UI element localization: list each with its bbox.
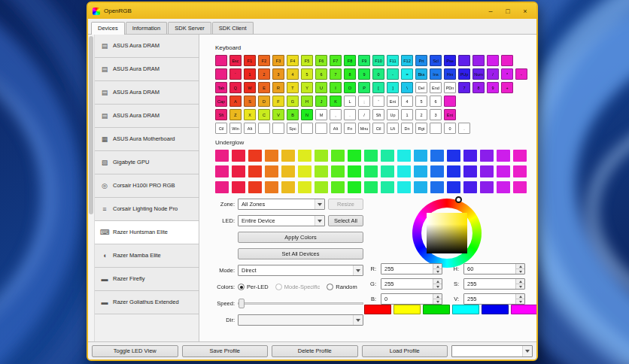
keyboard-led-ent[interactable]: Ent [387,96,399,107]
underglow-led-r3c2[interactable] [232,181,245,193]
keyboard-led-i[interactable]: I [330,82,342,93]
keyboard-led-blank[interactable]: - [515,68,527,80]
close-button[interactable]: × [518,5,532,17]
color-swatch-2[interactable] [394,305,421,314]
underglow-led-r3c9[interactable] [348,181,361,193]
keyboard-led-blank[interactable]: . [458,123,470,134]
keyboard-led-bks[interactable]: Bks [415,68,427,80]
keyboard-led-alt[interactable]: Alt [244,123,256,134]
underglow-led-r3c13[interactable] [414,181,427,193]
spin-up-button[interactable] [433,294,442,299]
keyboard-led-blank[interactable]: . [344,109,356,120]
keyboard-led-blank[interactable]: , [330,109,342,120]
spin-down-button[interactable] [433,269,442,274]
spin-down-button[interactable] [516,299,524,304]
underglow-led-r1c10[interactable] [364,150,378,162]
keyboard-led-y[interactable]: Y [301,82,313,93]
color-swatch-1[interactable] [364,305,391,314]
spin-up-button[interactable] [433,279,442,284]
device-tab-razer-huntsman-elite[interactable]: ⌨Razer Huntsman Elite [95,221,199,244]
keyboard-led-f12[interactable]: F12 [401,55,413,66]
underglow-led-r3c7[interactable] [314,181,328,193]
keyboard-led-2[interactable]: 2 [258,68,270,80]
keyboard-led-m[interactable]: M [315,109,327,120]
speed-slider[interactable] [238,298,363,309]
keyboard-led-num[interactable]: Num [473,68,485,80]
keyboard-led-r6c8[interactable] [315,123,327,134]
device-tab-razer-goliathus-extended[interactable]: ▬Razer Goliathus Extended [95,291,199,314]
keyboard-led-f5[interactable]: F5 [301,55,313,66]
hue-marker[interactable] [455,196,462,203]
color-swatch-6[interactable] [511,305,538,314]
keyboard-led-r[interactable]: R [272,82,284,93]
keyboard-led-tab[interactable]: Tab [215,82,227,93]
underglow-led-r2c10[interactable] [364,165,378,177]
keyboard-led-q[interactable]: Q [229,82,242,93]
keyboard-led-8[interactable]: 8 [473,82,485,93]
keyboard-led-v[interactable]: V [272,109,284,120]
zone-select[interactable]: All Zones [238,199,325,210]
keyboard-led-spc[interactable]: Spc [287,123,299,134]
mode-select[interactable]: Direct [238,265,363,276]
underglow-led-r1c5[interactable] [281,150,295,162]
keyboard-led-ent[interactable]: Ent [444,109,456,120]
keyboard-led-prt[interactable]: Prt [415,55,427,66]
keyboard-led-c[interactable]: C [258,109,270,120]
keyboard-led-x[interactable]: X [244,109,256,120]
window-titlebar[interactable]: OpenRGB – □ × [88,3,536,19]
keyboard-led-dn[interactable]: Dn [401,123,413,134]
tab-sdk-server[interactable]: SDK Server [168,22,211,34]
v-value-input[interactable]: 255 [463,293,525,305]
underglow-led-r2c5[interactable] [281,165,295,177]
keyboard-led-blank[interactable]: - [387,68,399,80]
keyboard-led-l[interactable]: L [344,96,356,107]
underglow-led-r2c19[interactable] [513,165,527,177]
keyboard-led-blank[interactable]: * [501,68,513,80]
resize-button[interactable]: Resize [328,199,363,210]
keyboard-led-t[interactable]: T [287,82,299,93]
underglow-led-r1c2[interactable] [232,150,245,162]
keyboard-led-5[interactable]: 5 [301,68,313,80]
underglow-led-r2c2[interactable] [232,165,245,177]
keyboard-led-sft[interactable]: Sft [215,109,227,120]
underglow-led-r2c11[interactable] [381,165,394,177]
underglow-led-r1c19[interactable] [513,150,527,162]
keyboard-led-g[interactable]: G [287,96,299,107]
device-tab-asus-aura-dram[interactable]: ▤ASUS Aura DRAM [95,105,199,128]
spin-up-button[interactable] [516,264,524,269]
keyboard-led-4[interactable]: 4 [287,68,299,80]
underglow-led-r2c4[interactable] [265,165,278,177]
underglow-led-r2c8[interactable] [331,165,345,177]
tab-devices[interactable]: Devices [91,22,125,35]
keyboard-led-f[interactable]: F [272,96,284,107]
keyboard-led-blank[interactable]: ' [372,96,384,107]
keyboard-led-7[interactable]: 7 [330,68,342,80]
underglow-led-r2c15[interactable] [447,165,460,177]
underglow-led-r3c14[interactable] [430,181,444,193]
slider-thumb[interactable] [239,299,245,308]
direction-select[interactable] [238,314,363,326]
underglow-led-r1c16[interactable] [463,150,477,162]
device-tab-razer-mamba-elite[interactable]: ◖Razer Mamba Elite [95,244,199,268]
keyboard-led-sft[interactable]: Sft [372,109,384,120]
select-all-button[interactable]: Select All [328,215,363,226]
keyboard-led-r6c5[interactable] [272,123,284,134]
keyboard-led-s[interactable]: S [244,96,256,107]
keyboard-led-a[interactable]: A [229,96,242,107]
keyboard-led-1[interactable]: 1 [401,109,413,120]
keyboard-led-f8[interactable]: F8 [344,55,356,66]
delete-profile-button[interactable]: Delete Profile [272,345,358,357]
keyboard-led-win[interactable]: Win [229,123,242,134]
keyboard-led-r6c4[interactable] [258,123,270,134]
spin-down-button[interactable] [433,284,442,289]
underglow-led-r3c19[interactable] [513,181,527,193]
keyboard-led-esc[interactable]: Esc [229,55,242,66]
underglow-led-r1c9[interactable] [348,150,361,162]
color-swatch-3[interactable] [423,305,450,314]
underglow-led-r2c17[interactable] [480,165,494,177]
color-swatch-5[interactable] [482,305,509,314]
keyboard-led-fn[interactable]: Fn [344,123,356,134]
set-all-devices-button[interactable]: Set All Devices [238,248,363,259]
keyboard-led-mnu[interactable]: Mnu [358,123,370,134]
h-value-input[interactable]: 60 [463,263,525,275]
